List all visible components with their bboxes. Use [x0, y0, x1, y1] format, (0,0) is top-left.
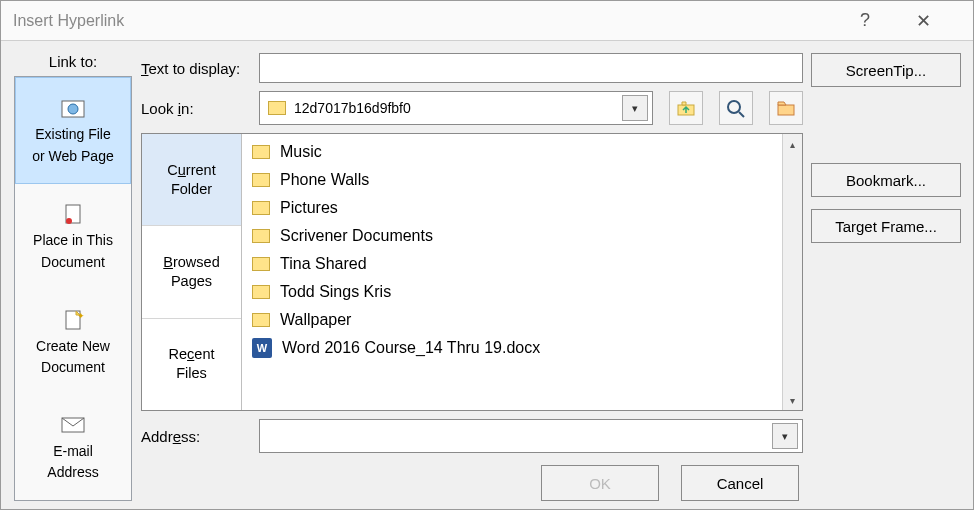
file-name: Wallpaper [280, 311, 351, 329]
center-column: Text to display: Look in: 12d7017b16d9fb… [141, 53, 803, 501]
browse-web-button[interactable] [719, 91, 753, 125]
titlebar: Insert Hyperlink ? ✕ [1, 1, 973, 41]
list-item[interactable]: Music [242, 138, 782, 166]
svg-point-10 [728, 101, 740, 113]
right-button-column: ScreenTip... Bookmark... Target Frame... [811, 53, 961, 501]
web-page-icon [60, 96, 86, 122]
tab-browsed-pages[interactable]: Browsed Pages [142, 226, 241, 318]
link-to-panel: Existing File or Web Page Place in This … [14, 76, 132, 501]
dialog-body: Link to: Existing File or Web Page [1, 41, 973, 509]
browse-tabs: Current Folder Browsed Pages Recent [142, 134, 242, 410]
text-to-display-row: Text to display: [141, 53, 803, 83]
address-label: Address: [141, 428, 249, 445]
link-to-item-line2: Document [41, 359, 105, 377]
insert-hyperlink-dialog: Insert Hyperlink ? ✕ Link to: Existing F… [0, 0, 974, 510]
titlebar-controls: ? ✕ [845, 5, 965, 37]
file-list[interactable]: MusicPhone WallsPicturesScrivener Docume… [242, 134, 782, 410]
list-item[interactable]: Scrivener Documents [242, 222, 782, 250]
file-name: Word 2016 Course_14 Thru 19.docx [282, 339, 540, 357]
file-name: Tina Shared [280, 255, 367, 273]
folder-icon [268, 101, 286, 115]
file-name: Todd Sings Kris [280, 283, 391, 301]
link-to-item-line2: Address [47, 464, 98, 482]
svg-text:✦: ✦ [77, 311, 84, 321]
look-in-value: 12d7017b16d9fbf0 [294, 100, 614, 116]
address-combobox[interactable]: ▾ [259, 419, 803, 453]
browse-area: Current Folder Browsed Pages Recent [141, 133, 803, 411]
file-list-scrollbar[interactable]: ▴ ▾ [782, 134, 802, 410]
help-button[interactable]: ? [845, 5, 885, 37]
link-to-label: Link to: [49, 53, 97, 70]
ok-button[interactable]: OK [541, 465, 659, 501]
cancel-button[interactable]: Cancel [681, 465, 799, 501]
list-item[interactable]: Todd Sings Kris [242, 278, 782, 306]
look-in-combobox[interactable]: 12d7017b16d9fbf0 ▾ [259, 91, 653, 125]
text-to-display-label: Text to display: [141, 60, 249, 77]
link-to-item-line2: or Web Page [32, 148, 113, 166]
link-to-item-line1: Existing File [35, 126, 110, 144]
link-to-place-in-document[interactable]: Place in This Document [15, 184, 131, 289]
text-to-display-input[interactable] [259, 53, 803, 83]
svg-marker-13 [778, 102, 786, 105]
email-icon [60, 413, 86, 439]
folder-icon [252, 173, 270, 187]
file-name: Scrivener Documents [280, 227, 433, 245]
folder-icon [252, 313, 270, 327]
link-to-existing-file[interactable]: Existing File or Web Page [15, 77, 131, 184]
file-name: Music [280, 143, 322, 161]
tab-current-folder[interactable]: Current Folder [142, 134, 241, 226]
look-in-row: Look in: 12d7017b16d9fbf0 ▾ [141, 91, 803, 125]
folder-icon [252, 145, 270, 159]
link-to-email-address[interactable]: E-mail Address [15, 395, 131, 500]
list-item[interactable]: Wallpaper [242, 306, 782, 334]
file-name: Pictures [280, 199, 338, 217]
screentip-button[interactable]: ScreenTip... [811, 53, 961, 87]
list-item[interactable]: WWord 2016 Course_14 Thru 19.docx [242, 334, 782, 362]
up-one-level-button[interactable] [669, 91, 703, 125]
link-to-item-line1: E-mail [53, 443, 93, 461]
link-to-column: Link to: Existing File or Web Page [13, 53, 133, 501]
dialog-footer: OK Cancel [141, 461, 803, 501]
address-row: Address: ▾ [141, 419, 803, 453]
tab-recent-files[interactable]: Recent Files [142, 319, 241, 410]
link-to-item-line1: Place in This [33, 232, 113, 250]
look-in-dropdown-button[interactable]: ▾ [622, 95, 648, 121]
browse-file-button[interactable] [769, 91, 803, 125]
scroll-up-button[interactable]: ▴ [785, 136, 801, 152]
word-document-icon: W [252, 338, 272, 358]
svg-point-1 [68, 104, 78, 114]
close-button[interactable]: ✕ [903, 5, 943, 37]
link-to-create-new-document[interactable]: ✦ Create New Document [15, 290, 131, 395]
file-name: Phone Walls [280, 171, 369, 189]
dialog-title: Insert Hyperlink [13, 12, 845, 30]
folder-icon [252, 201, 270, 215]
svg-line-11 [739, 112, 744, 117]
folder-icon [252, 285, 270, 299]
target-frame-button[interactable]: Target Frame... [811, 209, 961, 243]
bookmark-button[interactable]: Bookmark... [811, 163, 961, 197]
svg-point-3 [66, 218, 72, 224]
svg-rect-12 [778, 105, 794, 115]
address-dropdown-button[interactable]: ▾ [772, 423, 798, 449]
link-to-item-line1: Create New [36, 338, 110, 356]
list-item[interactable]: Pictures [242, 194, 782, 222]
scroll-down-button[interactable]: ▾ [785, 392, 801, 408]
folder-icon [252, 229, 270, 243]
document-place-icon [60, 202, 86, 228]
folder-icon [252, 257, 270, 271]
new-document-icon: ✦ [60, 308, 86, 334]
list-item[interactable]: Tina Shared [242, 250, 782, 278]
list-item[interactable]: Phone Walls [242, 166, 782, 194]
link-to-item-line2: Document [41, 254, 105, 272]
look-in-label: Look in: [141, 100, 249, 117]
svg-marker-9 [682, 102, 686, 105]
